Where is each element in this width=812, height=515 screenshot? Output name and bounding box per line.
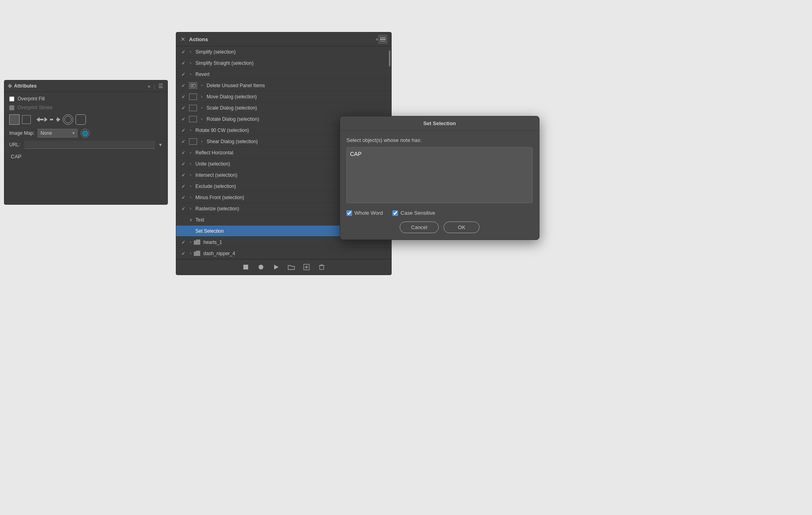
- action-name-delete-unused: Delete Unused Panel Items: [205, 83, 388, 88]
- expand-icon: ›: [187, 162, 194, 166]
- expand-icon: ›: [199, 106, 205, 110]
- rect-small-icon[interactable]: [22, 115, 31, 124]
- check-icon: ✓: [179, 105, 187, 111]
- action-item-delete-unused[interactable]: ✓ › Delete Unused Panel Items: [176, 80, 391, 91]
- actions-titlebar: ✕ Actions «: [176, 32, 391, 46]
- check-icon: ✓: [179, 251, 187, 256]
- check-icon: ✓: [179, 139, 187, 144]
- attributes-titlebar: Attributes « | ☰: [4, 80, 167, 92]
- arrow-left-icon[interactable]: [36, 116, 48, 123]
- expand-icon: ›: [187, 195, 194, 200]
- action-icon-box: [189, 94, 197, 100]
- action-item-revert[interactable]: ✓ › Revert: [176, 69, 391, 80]
- folder-button[interactable]: [287, 263, 296, 271]
- expand-icon: ›: [187, 173, 194, 177]
- set-selection-dialog: Set Selection Select object(s) whose not…: [340, 116, 539, 240]
- action-item-dash-nipper[interactable]: ✓ › dash_nipper_4: [176, 248, 391, 259]
- new-item-button[interactable]: [302, 263, 311, 271]
- actions-menu-button[interactable]: [378, 35, 387, 44]
- action-icon-box: [189, 138, 197, 145]
- dialog-body: Select object(s) whose note has: CAP Who…: [340, 131, 539, 240]
- check-icon: ✓: [179, 195, 187, 200]
- action-name: Simplify (selection): [194, 49, 388, 55]
- expand-icon: ›: [187, 251, 194, 256]
- url-label: URL:: [9, 142, 21, 148]
- action-name-hearts1: hearts_1: [202, 240, 388, 245]
- action-name: Move Dialog (selection): [205, 94, 388, 100]
- collapse-icon: ∨: [187, 218, 194, 222]
- expand-icon: ›: [187, 61, 194, 65]
- overprint-fill-checkbox[interactable]: [9, 96, 14, 102]
- expand-icon: ›: [199, 139, 205, 144]
- dialog-checkboxes: Whole Word Case Sensitive: [346, 210, 533, 216]
- expand-icon: ›: [199, 117, 205, 121]
- action-item-scale-dialog[interactable]: ✓ › Scale Dialog (selection): [176, 102, 391, 114]
- overprint-stroke-label: Overprint Stroke: [18, 105, 52, 110]
- action-name: Scale Dialog (selection): [205, 105, 388, 111]
- check-icon: ✓: [179, 72, 187, 77]
- action-icon-box: [189, 116, 197, 122]
- check-icon: ✓: [179, 240, 187, 245]
- action-name-dash-nipper: dash_nipper_4: [202, 251, 388, 256]
- rect-filled-icon[interactable]: [9, 114, 20, 125]
- svg-marker-13: [274, 265, 279, 269]
- action-item-move-dialog[interactable]: ✓ › Move Dialog (selection): [176, 91, 391, 102]
- overprint-stroke-row: Overprint Stroke: [9, 105, 163, 110]
- attributes-body: Overprint Fill Overprint Stroke: [4, 92, 167, 204]
- svg-rect-17: [320, 265, 324, 269]
- check-icon: ✓: [179, 184, 187, 189]
- action-item-simplify-straight[interactable]: ✓ › Simplify Straight (selection): [176, 58, 391, 69]
- expand-icon: ›: [187, 150, 194, 155]
- case-sensitive-checkbox[interactable]: [392, 210, 398, 216]
- image-map-label: Image Map:: [9, 130, 34, 136]
- attributes-title-left: Attributes: [8, 83, 37, 89]
- expand-icon: ›: [187, 184, 194, 188]
- globe-icon[interactable]: 🌐: [81, 129, 90, 138]
- play-button[interactable]: [272, 263, 281, 271]
- svg-rect-11: [243, 265, 248, 269]
- svg-marker-3: [44, 117, 48, 122]
- close-button[interactable]: ✕: [180, 36, 186, 42]
- collapse-button[interactable]: «: [376, 36, 378, 42]
- cancel-button[interactable]: Cancel: [400, 222, 439, 233]
- action-name: Revert: [194, 72, 388, 77]
- action-icon-box: [189, 82, 197, 89]
- menu-icon[interactable]: ☰: [158, 83, 163, 89]
- ok-button[interactable]: OK: [444, 222, 480, 233]
- image-map-select[interactable]: None Rectangle Circle Polygon: [38, 129, 78, 138]
- collapse-icon[interactable]: «: [147, 83, 150, 89]
- check-icon: ✓: [179, 206, 187, 212]
- expand-icon: ›: [187, 72, 194, 76]
- overprint-stroke-checkbox[interactable]: [9, 105, 14, 110]
- circle-inner: [64, 116, 72, 123]
- check-icon: ✓: [179, 94, 187, 100]
- note-textarea[interactable]: CAP: [9, 151, 163, 199]
- image-map-dropdown-wrapper: None Rectangle Circle Polygon: [38, 129, 78, 138]
- roundrect-icon[interactable]: [76, 114, 86, 125]
- whole-word-label: Whole Word: [354, 210, 383, 216]
- case-sensitive-row: Case Sensitive: [392, 210, 435, 216]
- dialog-textarea[interactable]: CAP: [346, 147, 533, 203]
- circle-target-icon[interactable]: [63, 114, 73, 125]
- arrow-right-icon[interactable]: [49, 116, 60, 123]
- overprint-fill-row: Overprint Fill: [9, 96, 163, 102]
- check-icon: ✓: [179, 172, 187, 178]
- shape-icons-row: [9, 114, 163, 125]
- action-item-simplify[interactable]: ✓ › Simplify (selection): [176, 46, 391, 58]
- scroll-indicator: [389, 50, 390, 66]
- svg-rect-2: [40, 119, 44, 120]
- action-name: Simplify Straight (selection): [194, 60, 388, 66]
- dialog-label: Select object(s) whose note has:: [346, 137, 533, 143]
- record-button[interactable]: [257, 263, 265, 271]
- expand-icon: ›: [187, 206, 194, 211]
- attributes-title: Attributes: [14, 83, 37, 89]
- whole-word-checkbox[interactable]: [346, 210, 352, 216]
- url-input[interactable]: [24, 141, 155, 149]
- case-sensitive-label: Case Sensitive: [400, 210, 435, 216]
- image-map-row: Image Map: None Rectangle Circle Polygon…: [9, 129, 163, 138]
- expand-icon: ›: [199, 94, 205, 99]
- svg-rect-4: [50, 119, 53, 120]
- stop-button[interactable]: [241, 263, 250, 271]
- delete-item-button[interactable]: [317, 263, 326, 271]
- dialog-buttons: Cancel OK: [346, 222, 533, 233]
